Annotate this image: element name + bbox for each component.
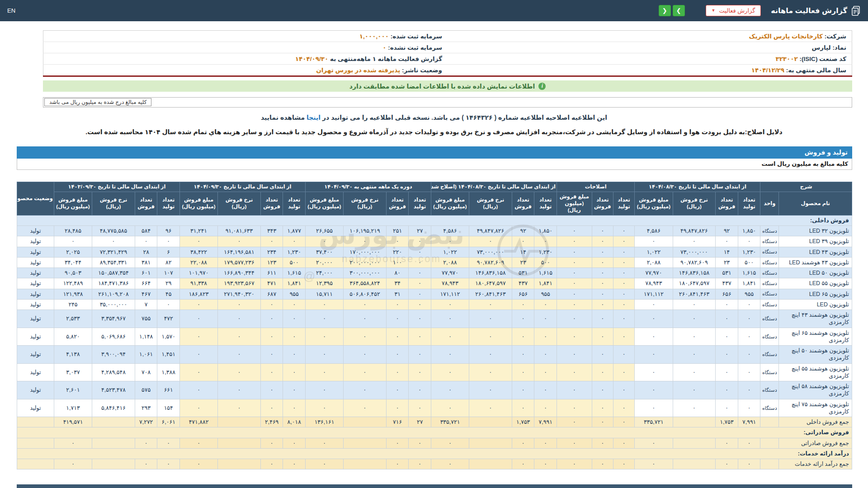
value-cell: ۰ [738,328,760,346]
value-cell: ۰ [469,399,512,417]
value-cell: ۰ [283,381,306,399]
production-sales-table: شرحاز ابتدای سال مالی تا تاریخ ۱۴۰۴/۰۸/۳… [17,182,852,469]
value-cell: ۰ [306,236,344,247]
value-cell: ۰ [431,438,469,448]
value-cell: ۰ [409,299,431,310]
value-cell: ۷۷,۹۷۰ [431,268,469,278]
value-cell: ۳۰۰,۰۰۰,۰۰۰ [344,268,387,278]
unit-cell: دستگاه [760,381,779,399]
value-cell: ۸۰ [386,268,409,278]
value-cell: ۹۰,۷۸۲,۶۰۹ [469,257,512,267]
value-cell: ۰ [716,310,738,328]
value-cell: ۴۷۱ [260,278,283,289]
product-name-cell: تلویزیون ۵۰ LED [779,268,852,278]
prev-report-button[interactable]: ❮ [659,5,671,16]
value-cell: ۰ [306,459,344,469]
value-cell: ۰ [344,346,387,364]
value-cell: ۰ [431,310,469,328]
value-cell: ۰ [738,346,760,364]
value-cell: ۲,۴۶۹ [260,417,283,427]
value-cell: ۰ [592,226,613,236]
company-row: کد صنعت (ISIC): ۳۲۳۰۰۲ گزارش فعالیت ماها… [43,53,852,65]
value-cell: ۱۴۶,۸۳۶,۱۵۸ [469,268,512,278]
value-cell: ۰ [557,226,592,236]
value-cell: ۲۳۴ [260,247,283,257]
col-subheader: تعداد فروش [135,192,157,215]
next-report-button[interactable]: ❯ [673,5,685,16]
value-cell: ۹۲ [716,226,738,236]
value-cell: ۰ [386,236,409,247]
value-cell: ۰ [738,459,760,469]
value-cell: ۹۰,۷۸۲,۶۰۹ [673,257,716,267]
value-cell: ۰ [613,289,635,299]
value-cell: ۰ [592,236,613,247]
unit-cell: دستگاه [760,289,779,299]
value-cell: ۰ [613,417,635,427]
value-cell: ۱,۴۵۱ [157,346,180,364]
value-cell: ۱۷۱,۱۱۲ [431,289,469,299]
value-cell: ۰ [512,346,534,364]
value-cell: ۱۲۱,۹۳۸ [54,289,92,299]
value-cell: ۱,۶۱۵ [738,268,760,278]
product-name-cell: تلویزیون ۴۳ هوشمند LED [779,257,852,267]
value-cell: ۲,۶۰۱ [54,381,92,399]
value-cell: ۰ [409,381,431,399]
unit-cell [760,459,779,469]
value-cell: ۰ [283,299,306,310]
value-cell: ۸,۰۱۸ [283,417,306,427]
value-cell: ۱,۸۵۰ [738,226,760,236]
value-cell: ۷,۲۷۲ [135,417,157,427]
unit-cell: دستگاه [760,299,779,310]
value-cell: ۰ [613,459,635,469]
status-cell: تولید [17,247,54,257]
value-cell: ۰ [386,381,409,399]
value-cell: ۹۱,۰۸۱,۶۳۳ [218,226,261,236]
value-cell: ۰ [344,236,387,247]
report-type-dropdown[interactable]: گزارش فعالیت ▼ [706,5,761,16]
value-cell: ۱,۷۱۳ [54,399,92,417]
symbol-label: نماد: [832,44,846,51]
product-name-cell: تلویزیون ۴۳ LED [779,247,852,257]
value-cell: ۳۶۴,۵۵۸,۸۲۴ [344,278,387,289]
value-cell: ۰ [469,346,512,364]
production-sales-section: تولید و فروش کلیه مبالغ به میلیون ریال ا… [17,146,852,469]
value-cell: ۰ [431,299,469,310]
value-cell: ۰ [344,299,387,310]
isic-label: کد صنعت (ISIC): [800,56,846,62]
value-cell: ۰ [613,257,635,267]
value-cell: ۲۹ [157,278,180,289]
value-cell: ۱,۲۳۰ [738,247,760,257]
unit-cell: دستگاه [760,346,779,364]
company-label: شرکت: [825,33,846,40]
company-info-section: شرکت: کارخانجات پارس الکتریک سرمایه ثبت … [43,30,852,77]
unit-cell: دستگاه [760,247,779,257]
value-cell: ۰ [92,236,135,247]
value-cell: ۰ [157,438,180,448]
previous-version-link[interactable]: اینجا [307,114,321,121]
value-cell: ۳۱,۲۴۱ [180,226,218,236]
value-cell: ۲۹۳ [135,399,157,417]
value-cell: ۰ [716,438,738,448]
value-cell: ۰ [635,328,673,346]
fiscal-year-label: سال مالی منتهی به: [786,67,846,74]
value-cell: ۰ [716,328,738,346]
value-cell: ۰ [180,363,218,381]
status-cell: تولید [17,268,54,278]
value-cell: ۰ [738,299,760,310]
value-cell: ۳,۳۵۴,۹۶۷ [92,310,135,328]
status-cell: تولید [17,363,54,381]
value-cell: ۰ [218,363,261,381]
value-cell: ۱,۰۲۲ [635,247,673,257]
product-name-cell: تلویزیون ۶۵ LED [779,289,852,299]
product-row: تلویزیون هوشمند ۶۵ اینچ کارمزدیدستگاه۰۰۰… [17,328,852,346]
col-subheader: تعداد فروش [716,192,738,215]
value-cell: ۰ [180,236,218,247]
value-cell [218,459,261,469]
value-cell: ۰ [673,236,716,247]
value-cell: ۰ [592,299,613,310]
product-row: تلویزیون هوشمند ۵۸ اینچ کارمزدیدستگاه۰۰۰… [17,381,852,399]
unit-cell [760,438,779,448]
status-cell [17,417,54,427]
language-toggle[interactable]: EN [7,7,15,14]
value-cell: ۰ [283,346,306,364]
